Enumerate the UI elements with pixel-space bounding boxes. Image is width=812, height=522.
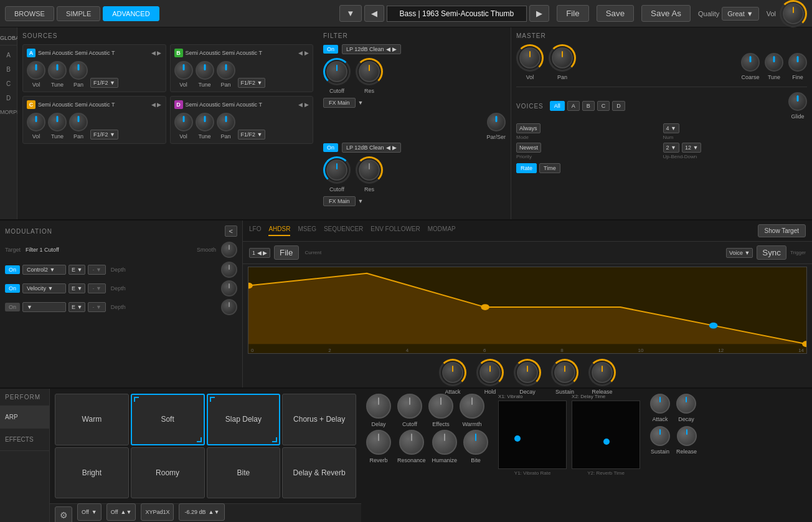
source-b-arrow[interactable]: ◀ ▶ — [298, 50, 309, 56]
pad-roomy[interactable]: Roomy — [131, 447, 205, 499]
source-c-f1f2[interactable]: F1/F2 ▼ — [90, 130, 118, 140]
filter2-on-button[interactable]: On — [323, 143, 338, 152]
a-label[interactable]: A — [0, 48, 17, 62]
sync-button[interactable]: Sync — [757, 245, 786, 260]
source-d-arrow[interactable]: ◀ ▶ — [298, 102, 309, 108]
perf-decay-knob[interactable] — [676, 394, 696, 414]
filter1-cutoff-knob[interactable] — [326, 61, 347, 82]
tab-lfo[interactable]: LFO — [249, 225, 261, 236]
d-label[interactable]: D — [0, 91, 17, 105]
perf-warmth-knob[interactable] — [460, 394, 484, 419]
file-button[interactable]: File — [557, 5, 588, 22]
mode-select[interactable]: Always — [516, 123, 541, 133]
quality-select[interactable]: Great ▼ — [722, 7, 758, 21]
tab-ahdsr[interactable]: AHDSR — [268, 225, 290, 236]
mod2-e-select[interactable]: E ▼ — [68, 283, 85, 293]
perf-reverb-knob[interactable] — [366, 430, 391, 455]
xy-pad-1[interactable] — [498, 401, 567, 469]
tab-env-follower[interactable]: ENV FOLLOWER — [371, 225, 420, 236]
tab-sequencer[interactable]: SEQUENCER — [324, 225, 363, 236]
priority-select[interactable]: Newest — [516, 143, 541, 153]
perf-humanize-knob[interactable] — [432, 430, 457, 455]
master-coarse-knob[interactable] — [741, 53, 760, 72]
source-a-vol-knob[interactable] — [27, 61, 45, 80]
collapse-button[interactable]: < — [225, 225, 237, 237]
show-target-button[interactable]: Show Target — [758, 224, 806, 237]
browse-button[interactable]: BROWSE — [5, 6, 54, 21]
perf-delay-knob[interactable] — [366, 394, 391, 419]
mod3-dash-select[interactable]: - ▼ — [88, 302, 105, 312]
source-c-tune-knob[interactable] — [48, 113, 67, 131]
master-pan-knob[interactable] — [552, 47, 573, 69]
mod1-on-button[interactable]: On — [5, 265, 20, 274]
master-tune-knob[interactable] — [765, 53, 783, 72]
voices-a-btn[interactable]: A — [567, 101, 580, 111]
source-b-pan-knob[interactable] — [217, 61, 235, 80]
perf-cutoff-knob[interactable] — [397, 394, 422, 419]
source-a-arrow[interactable]: ◀ ▶ — [151, 50, 162, 56]
pad-delay-reverb[interactable]: Delay & Reverb — [282, 447, 356, 499]
simple-button[interactable]: SIMPLE — [57, 6, 100, 21]
source-c-arrow[interactable]: ◀ ▶ — [151, 102, 162, 108]
prev-preset[interactable]: ◀ — [364, 5, 384, 22]
dropdown-arrow[interactable]: ▼ — [339, 5, 361, 22]
tab-mseg[interactable]: MSEG — [298, 225, 316, 236]
voices-all-btn[interactable]: All — [550, 101, 565, 111]
advanced-button[interactable]: ADVANCED — [103, 6, 159, 21]
perf-sustain-knob[interactable] — [650, 426, 670, 446]
decay-knob[interactable] — [517, 362, 538, 383]
hold-knob[interactable] — [479, 362, 501, 383]
par-ser-knob[interactable] — [487, 113, 506, 131]
glide-knob[interactable] — [788, 92, 807, 111]
source-c-pan-knob[interactable] — [69, 113, 88, 131]
master-fine-knob[interactable] — [788, 53, 807, 72]
perf-release-knob[interactable] — [677, 426, 697, 446]
mod2-source-select[interactable]: Velocity ▼ — [22, 283, 66, 293]
voices-b-btn[interactable]: B — [582, 101, 595, 111]
filter2-res-knob[interactable] — [359, 159, 380, 181]
filter1-type[interactable]: LP 12dB Clean ◀ ▶ — [342, 44, 401, 54]
perf-effects-knob[interactable] — [428, 394, 453, 419]
c-label[interactable]: C — [0, 77, 17, 91]
xy-pad-2[interactable] — [572, 401, 640, 469]
gear-button[interactable]: ⚙ — [55, 506, 72, 523]
source-b-vol-knob[interactable] — [174, 61, 193, 80]
source-a-tune-knob[interactable] — [48, 61, 67, 80]
mod3-on-button[interactable]: On — [5, 303, 20, 311]
perf-attack-knob[interactable] — [650, 394, 670, 414]
voice-select[interactable]: Voice ▼ — [726, 248, 753, 258]
smooth-knob[interactable] — [221, 242, 237, 258]
master-vol-knob[interactable] — [519, 47, 541, 69]
pad-bright[interactable]: Bright — [55, 447, 129, 499]
mod1-depth-knob[interactable] — [221, 262, 237, 278]
pad-soft[interactable]: Soft — [131, 394, 205, 445]
release-knob[interactable] — [592, 362, 613, 383]
save-button[interactable]: Save — [597, 5, 634, 22]
perf-resonance-knob[interactable] — [399, 430, 424, 455]
mod3-e-select[interactable]: E ▼ — [68, 302, 85, 312]
pad-chorus-delay[interactable]: Chorus + Delay — [282, 394, 356, 445]
attack-knob[interactable] — [442, 362, 463, 383]
source-b-f1f2[interactable]: F1/F2 ▼ — [238, 78, 266, 88]
perf-bite-knob[interactable] — [463, 430, 488, 455]
source-a-f1f2[interactable]: F1/F2 ▼ — [90, 78, 118, 88]
up-bend-val1[interactable]: 2 ▼ — [663, 143, 679, 153]
mod2-depth-knob[interactable] — [221, 280, 237, 297]
num-select[interactable]: 4 ▼ — [663, 123, 679, 133]
filter1-on-button[interactable]: On — [323, 45, 338, 54]
source-a-pan-knob[interactable] — [69, 61, 88, 80]
voices-d-btn[interactable]: D — [612, 101, 625, 111]
filter2-cutoff-knob[interactable] — [326, 159, 347, 181]
pad-slap-delay[interactable]: Slap Delay — [207, 394, 281, 445]
mod1-dash-select[interactable]: - ▼ — [88, 265, 105, 275]
octave-select[interactable]: Off ▼ — [77, 503, 102, 521]
mod1-source-select[interactable]: Control2 ▼ — [22, 265, 66, 275]
mod1-e-select[interactable]: E ▼ — [68, 265, 85, 275]
rate-btn[interactable]: Rate — [516, 163, 537, 173]
filter1-res-knob[interactable] — [359, 61, 380, 82]
source-d-f1f2[interactable]: F1/F2 ▼ — [238, 130, 266, 140]
source-c-vol-knob[interactable] — [27, 113, 45, 131]
time-btn[interactable]: Time — [539, 163, 560, 173]
morph-label[interactable]: MORPH — [0, 105, 17, 119]
up-bend-val2[interactable]: 12 ▼ — [682, 143, 701, 153]
